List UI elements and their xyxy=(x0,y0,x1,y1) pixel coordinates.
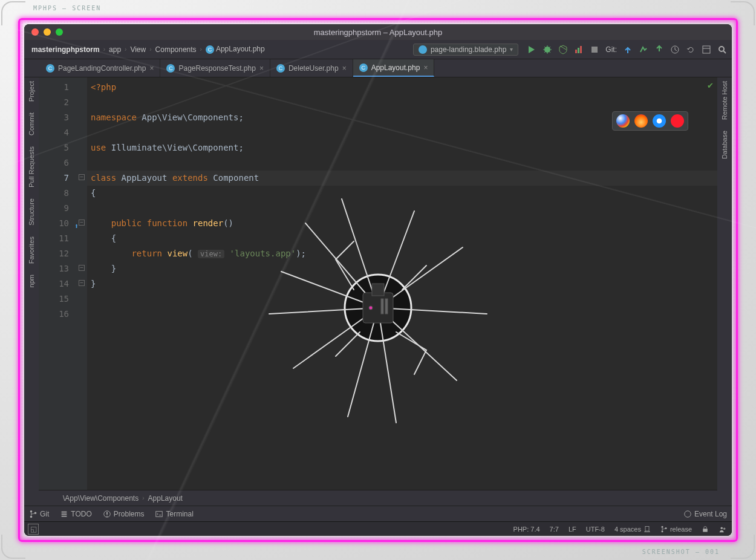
breadcrumb-item[interactable]: CAppLayout.php xyxy=(203,44,267,55)
window-title: masteringphpstorm – AppLayout.php xyxy=(314,28,442,37)
minimize-icon[interactable] xyxy=(44,28,51,36)
svg-rect-4 xyxy=(591,47,598,53)
code-area[interactable]: ✔ 1234567–8910–⬆111213–14–1516 <?phpname… xyxy=(39,77,717,490)
svg-rect-2 xyxy=(578,48,579,53)
git-pull-icon[interactable] xyxy=(623,45,633,54)
profiler-icon[interactable] xyxy=(574,45,584,54)
event-log-button[interactable]: Event Log xyxy=(683,510,727,518)
code-line[interactable]: { xyxy=(87,186,717,201)
line-number[interactable]: 1 xyxy=(39,80,87,95)
toolwindow-problems[interactable]: Problems xyxy=(103,510,145,518)
line-number[interactable]: 15 xyxy=(39,291,87,307)
php-class-icon: C xyxy=(46,64,54,73)
fold-icon[interactable]: – xyxy=(79,265,85,271)
editor-tab[interactable]: CAppLayout.php× xyxy=(353,59,435,77)
fold-icon[interactable]: – xyxy=(79,174,85,180)
toolwindow-project[interactable]: Project xyxy=(28,81,35,102)
revert-icon[interactable] xyxy=(686,45,696,54)
toolwindow-todo[interactable]: TODO xyxy=(60,510,91,518)
line-number[interactable]: 14– xyxy=(39,276,87,291)
toolwindow-toggle-icon[interactable]: ◱ xyxy=(28,524,39,535)
line-number[interactable]: 12 xyxy=(39,246,87,261)
code-line[interactable]: namespace App\View\Components; xyxy=(87,110,717,125)
status-line-ending[interactable]: LF xyxy=(569,526,576,533)
run-config-selector[interactable]: page-landing.blade.php ▾ xyxy=(413,44,518,56)
close-icon[interactable]: × xyxy=(149,64,154,73)
fold-icon[interactable]: – xyxy=(79,280,85,286)
line-number[interactable]: 4 xyxy=(39,125,87,140)
editor-bc-item[interactable]: \App\View\Components xyxy=(63,494,138,503)
debug-icon[interactable] xyxy=(543,45,552,54)
line-number[interactable]: 9 xyxy=(39,201,87,216)
code-content[interactable]: <?phpnamespace App\View\Components;use I… xyxy=(87,77,717,490)
stop-icon[interactable] xyxy=(590,45,599,54)
status-caret[interactable]: 7:7 xyxy=(550,526,559,533)
toolwindow-git[interactable]: Git xyxy=(29,510,49,518)
history-icon[interactable] xyxy=(670,45,680,54)
php-class-icon: C xyxy=(276,64,285,73)
status-indent[interactable]: 4 spaces xyxy=(614,526,651,533)
code-line[interactable] xyxy=(87,155,717,171)
coverage-icon[interactable] xyxy=(558,45,568,54)
status-git-branch[interactable]: release xyxy=(660,526,692,533)
code-line[interactable]: public function render() xyxy=(87,216,717,231)
fold-icon[interactable]: – xyxy=(79,220,85,226)
toolwindow-remote-host[interactable]: Remote Host xyxy=(721,81,728,120)
code-line[interactable]: } xyxy=(87,276,717,291)
code-line[interactable]: } xyxy=(87,261,717,276)
zoom-icon[interactable] xyxy=(56,28,63,36)
status-people-icon[interactable] xyxy=(719,525,727,533)
toolwindow-favorites[interactable]: Favorites xyxy=(28,236,35,264)
code-line[interactable]: { xyxy=(87,231,717,246)
git-commit-icon[interactable] xyxy=(639,45,648,54)
breadcrumb-item[interactable]: masteringphpstorm xyxy=(29,44,102,55)
close-icon[interactable]: × xyxy=(259,64,264,73)
code-line[interactable] xyxy=(87,291,717,307)
code-line[interactable]: use Illuminate\View\Component; xyxy=(87,140,717,155)
toolwindow-pull-requests[interactable]: Pull Requests xyxy=(28,146,35,187)
line-number[interactable]: 2 xyxy=(39,95,87,110)
breadcrumb-item[interactable]: Components xyxy=(153,44,199,55)
git-label: Git: xyxy=(605,45,617,54)
tab-label: PageResponseTest.php xyxy=(178,64,255,73)
close-icon[interactable]: × xyxy=(342,64,347,73)
line-number[interactable]: 5 xyxy=(39,140,87,155)
code-line[interactable]: return view( view: 'layouts.app'); xyxy=(87,246,717,261)
line-number[interactable]: 13– xyxy=(39,261,87,276)
search-icon[interactable] xyxy=(717,45,727,54)
git-push-icon[interactable] xyxy=(654,45,664,54)
status-lock-icon[interactable] xyxy=(702,526,709,533)
code-line[interactable] xyxy=(87,201,717,216)
editor-tab[interactable]: CDeleteUser.php× xyxy=(270,59,353,77)
code-line[interactable] xyxy=(87,125,717,140)
toolwindow-structure[interactable]: Structure xyxy=(28,198,35,226)
breadcrumb-item[interactable]: app xyxy=(106,44,123,55)
line-number[interactable]: 3 xyxy=(39,110,87,125)
toolwindow-npm[interactable]: npm xyxy=(28,275,35,287)
toolwindow-terminal[interactable]: Terminal xyxy=(155,510,193,518)
line-gutter[interactable]: 1234567–8910–⬆111213–14–1516 xyxy=(39,77,87,490)
status-php[interactable]: PHP: 7.4 xyxy=(513,526,540,533)
run-icon[interactable] xyxy=(527,45,536,54)
toolwindow-commit[interactable]: Commit xyxy=(28,112,35,135)
editor-tab[interactable]: CPageLandingController.php× xyxy=(40,59,160,77)
line-number[interactable]: 6 xyxy=(39,155,87,171)
code-line[interactable]: class AppLayout extends Component xyxy=(87,171,717,186)
editor-tab[interactable]: CPageResponseTest.php× xyxy=(160,59,270,77)
close-icon[interactable] xyxy=(31,28,39,36)
line-number[interactable]: 8 xyxy=(39,186,87,201)
code-line[interactable]: <?php xyxy=(87,80,717,95)
settings-expand-icon[interactable] xyxy=(702,45,711,54)
line-number[interactable]: 7– xyxy=(39,171,87,186)
close-icon[interactable]: × xyxy=(423,63,428,72)
code-line[interactable] xyxy=(87,307,717,322)
status-encoding[interactable]: UTF-8 xyxy=(586,526,605,533)
line-number[interactable]: 16 xyxy=(39,307,87,322)
line-number[interactable]: 11 xyxy=(39,231,87,246)
toolwindow-database[interactable]: Database xyxy=(721,131,728,159)
line-number[interactable]: 10–⬆ xyxy=(39,216,87,231)
code-line[interactable] xyxy=(87,95,717,110)
editor: ✔ 1234567–8910–⬆111213–14–1516 <?phpname… xyxy=(39,77,717,506)
breadcrumb-item[interactable]: View xyxy=(128,44,148,55)
editor-bc-item[interactable]: AppLayout xyxy=(148,494,183,503)
